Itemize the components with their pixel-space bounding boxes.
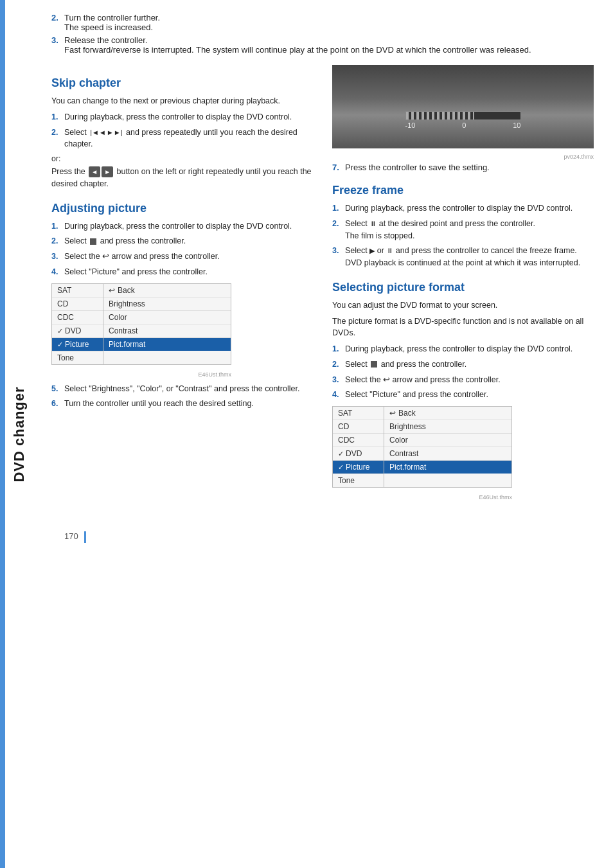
adj-num-5: 5. (51, 383, 60, 395)
page-num-bar (84, 531, 86, 543)
ff-num-3: 3. (332, 245, 341, 269)
sel-menu-dvd: DVD (333, 447, 384, 461)
scale-image: -10 0 10 (332, 65, 594, 148)
sel-num-2: 2. (332, 359, 341, 371)
adj-menu-caption: E46Ust.thmx (51, 371, 231, 378)
main-content: 2. Turn the controller further.The speed… (39, 0, 613, 868)
stop-icon-adj (90, 238, 96, 245)
skip-text-2: Select |◄◄ ►►| and press repeatedly unti… (64, 127, 313, 151)
left-btn: ◄ (89, 166, 100, 177)
adj-text-2: Select and press the controller. (64, 235, 186, 247)
freeze-frame-section: Freeze frame 1. During playback, press t… (332, 184, 594, 269)
sel-menu-sat: SAT (333, 407, 384, 420)
sel-step-2: 2. Select and press the controller. (332, 359, 594, 371)
sel-menu-contrast: Contrast (384, 447, 511, 461)
col-left: Skip chapter You can change to the next … (51, 65, 313, 506)
adj-step-5: 5. Select "Brightness", "Color", or "Con… (51, 383, 313, 395)
adj-menu-picture: Picture (52, 338, 103, 351)
page-num-text: 170 (64, 531, 78, 541)
sel-menu-col-left: SAT CD CDC DVD Picture Tone (333, 407, 384, 487)
adj-text-5: Select "Brightness", "Color", or "Contra… (64, 383, 299, 395)
scale-image-caption: pv024.thmx (332, 154, 594, 160)
sel-menu-caption: E46Ust.thmx (332, 494, 512, 500)
num-3: 3. (51, 35, 60, 55)
adjusting-picture-list-cont: 5. Select "Brightness", "Color", or "Con… (51, 383, 313, 411)
adj-menu-cd: CD (52, 297, 103, 311)
ffwd-icon: ►►| (107, 127, 123, 138)
adj-step-1: 1. During playback, press the controller… (51, 220, 313, 233)
skip-icons: |◄◄ ►►| (90, 127, 122, 138)
adj-menu-col-right: ↩ Back Brightness Color Contrast Pict.fo… (103, 284, 231, 364)
adjusting-picture-section: Adjusting picture 1. During playback, pr… (51, 202, 313, 411)
scale-image-inner: -10 0 10 (332, 65, 594, 148)
sel-menu-brightness: Brightness (384, 420, 511, 434)
page-container: DVD changer 2. Turn the controller furth… (0, 0, 613, 868)
selecting-picture-format-section: Selecting picture format You can adjust … (332, 281, 594, 500)
adj-text-6: Turn the controller until you reach the … (64, 398, 254, 410)
skip-chapter-section: Skip chapter You can change to the next … (51, 76, 313, 190)
sel-text-1: During playback, press the controller to… (345, 343, 573, 355)
num-2: 2. (51, 13, 60, 32)
sel-menu-container: SAT CD CDC DVD Picture Tone ↩ Back Brigh (332, 406, 594, 500)
skip-text-1: During playback, press the controller to… (64, 111, 292, 123)
step7-container: 7. Press the controller to save the sett… (332, 163, 594, 172)
adj-menu-tone: Tone (52, 351, 103, 364)
top-text-2: Turn the controller further.The speed is… (64, 13, 160, 32)
sel-menu-tone: Tone (333, 474, 384, 487)
sel-num-4: 4. (332, 389, 341, 401)
sel-text-3: Select the ↩ arrow and press the control… (345, 374, 501, 386)
blue-bar (0, 0, 5, 868)
sel-step-3: 3. Select the ↩ arrow and press the cont… (332, 374, 594, 386)
adj-step-4: 4. Select "Picture" and press the contro… (51, 266, 313, 278)
scale-fill (406, 112, 475, 120)
skip-chapter-list: 1. During playback, press the controller… (51, 111, 313, 150)
rewind-icon: |◄◄ (90, 127, 106, 138)
sidebar: DVD changer (0, 0, 39, 868)
scale-mid: 0 (462, 121, 466, 129)
ff-text-2: Select ⏸ at the desired point and press … (345, 218, 535, 242)
back-arrow-icon: ↩ (109, 286, 115, 295)
adj-step-6: 6. Turn the controller until you reach t… (51, 398, 313, 410)
selecting-list: 1. During playback, press the controller… (332, 343, 594, 401)
sel-menu-cdc: CDC (333, 434, 384, 447)
scale-image-section: -10 0 10 pv024.thmx 7. Press the control… (332, 65, 594, 172)
adj-menu-dvd: DVD (52, 324, 103, 338)
scale-max: 10 (513, 121, 520, 129)
adj-menu-sat: SAT (52, 284, 103, 297)
adj-menu-pictformat: Pict.format (103, 338, 231, 351)
sel-step-1: 1. During playback, press the controller… (332, 343, 594, 355)
two-col: Skip chapter You can change to the next … (51, 65, 594, 506)
adj-text-4: Select "Picture" and press the controlle… (64, 266, 208, 278)
sel-menu-pictformat: Pict.format (384, 461, 511, 474)
freeze-frame-list: 1. During playback, press the controller… (332, 202, 594, 269)
sel-back-arrow-icon: ↩ (389, 409, 396, 418)
adj-num-2: 2. (51, 235, 60, 247)
scale-min: -10 (405, 121, 416, 129)
sel-menu-col-right: ↩ Back Brightness Color Contrast Pict.fo… (384, 407, 511, 487)
adj-menu-contrast: Contrast (103, 324, 231, 338)
sel-num-3: 3. (332, 374, 341, 386)
selecting-intro1: You can adjust the DVD format to your sc… (332, 299, 594, 312)
ff-num-1: 1. (332, 202, 341, 215)
adj-menu-cdc: CDC (52, 311, 103, 324)
adjusting-picture-heading: Adjusting picture (51, 202, 313, 215)
adj-menu-inner: SAT CD CDC DVD Picture Tone ↩ Back Brigh (52, 284, 231, 364)
scale-bar: -10 0 10 (405, 111, 521, 129)
play-icon-ff: ▶ (369, 247, 375, 254)
top-item-3: 3. Release the controller.Fast forward/r… (51, 35, 594, 55)
ff-step-2: 2. Select ⏸ at the desired point and pre… (332, 218, 594, 242)
adj-menu-container: SAT CD CDC DVD Picture Tone ↩ Back Brigh (51, 283, 313, 378)
sel-menu-cd: CD (333, 420, 384, 434)
pause-icon: ⏸ (369, 220, 377, 227)
sel-menu-picture: Picture (333, 461, 384, 474)
freeze-frame-heading: Freeze frame (332, 184, 594, 197)
adj-num-3: 3. (51, 251, 60, 263)
ff-text-3: Select ▶ or ⏸ and press the controller t… (345, 245, 580, 269)
adj-menu-col-left: SAT CD CDC DVD Picture Tone (52, 284, 103, 364)
step7-text: Press the controller to save the setting… (345, 163, 490, 172)
sel-menu-back: ↩ Back (384, 407, 511, 420)
col-right: -10 0 10 pv024.thmx 7. Press the control… (332, 65, 594, 506)
top-item-2: 2. Turn the controller further.The speed… (51, 13, 594, 32)
sidebar-label: DVD changer (11, 386, 28, 482)
adj-num-4: 4. (51, 266, 60, 278)
